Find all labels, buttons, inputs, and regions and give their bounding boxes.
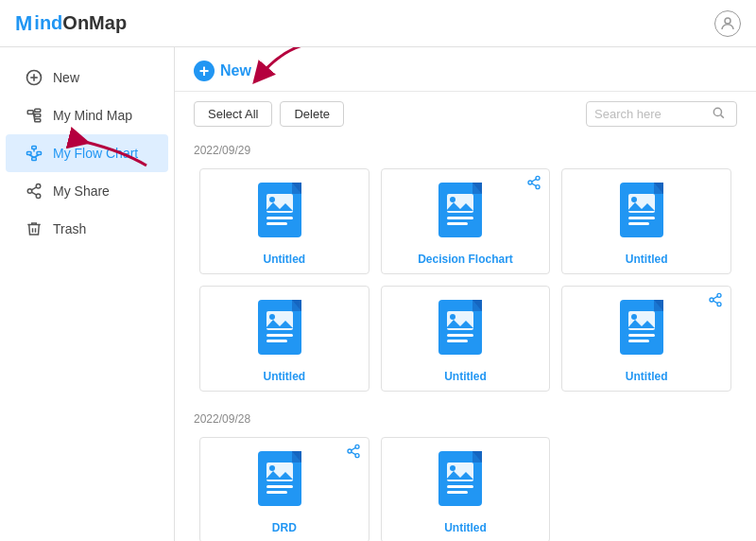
sidebar-item-trash[interactable]: Trash (6, 210, 168, 248)
svg-rect-14 (32, 158, 37, 161)
search-icon (712, 106, 725, 122)
file-card[interactable]: Untitled (381, 286, 551, 392)
flow-chart-sidebar-icon (25, 144, 43, 163)
svg-rect-6 (35, 114, 41, 117)
svg-line-35 (532, 183, 537, 186)
file-card[interactable]: Untitled (199, 168, 369, 274)
file-icon (254, 181, 315, 247)
file-name: Untitled (626, 370, 668, 383)
logo-map: Map (89, 12, 127, 34)
svg-point-79 (355, 454, 359, 458)
svg-point-0 (725, 18, 730, 24)
svg-rect-57 (266, 340, 287, 342)
svg-line-80 (351, 452, 355, 455)
svg-rect-11 (32, 147, 37, 149)
share-icon (526, 175, 541, 193)
file-icon (254, 298, 315, 364)
file-card[interactable]: DRD (199, 437, 369, 541)
svg-rect-30 (266, 217, 293, 219)
svg-rect-31 (266, 222, 287, 225)
logo-mind: ind (34, 12, 62, 34)
svg-point-74 (631, 314, 637, 320)
svg-point-19 (27, 189, 32, 194)
file-icon (435, 181, 495, 247)
header: MindOnMap (0, 0, 756, 47)
search-input[interactable] (594, 107, 708, 121)
sidebar-label-flow-chart: My Flow Chart (53, 146, 138, 161)
svg-line-69 (713, 296, 718, 299)
sidebar: New My Mind Map My Flow Chart (0, 47, 175, 541)
mind-map-sidebar-icon (25, 106, 43, 125)
sidebar-label-new: New (53, 70, 79, 85)
file-card[interactable]: Untitled (561, 168, 731, 274)
svg-point-77 (355, 445, 359, 448)
svg-rect-43 (447, 222, 468, 225)
user-avatar-button[interactable] (714, 10, 741, 37)
file-name: Untitled (444, 370, 487, 383)
svg-rect-5 (35, 109, 41, 112)
svg-rect-4 (27, 111, 33, 114)
delete-button[interactable]: Delete (280, 101, 344, 127)
trash-sidebar-icon (25, 219, 43, 238)
svg-point-48 (631, 197, 637, 202)
sidebar-item-my-mind-map[interactable]: My Mind Map (6, 96, 168, 134)
search-bar (586, 101, 737, 127)
svg-point-32 (536, 176, 540, 180)
new-button[interactable]: + New (194, 61, 251, 81)
main-topbar: + New (175, 47, 756, 92)
sidebar-item-new[interactable]: New (6, 59, 168, 96)
svg-rect-94 (447, 485, 473, 488)
file-icon (254, 449, 315, 515)
file-card[interactable]: Decision Flochart (381, 168, 551, 274)
svg-rect-42 (447, 217, 473, 219)
svg-point-18 (36, 184, 41, 189)
file-card[interactable]: Untitled (561, 286, 731, 392)
svg-line-68 (713, 301, 718, 304)
sidebar-label-trash: Trash (53, 221, 86, 236)
logo-on: On (62, 12, 89, 34)
svg-rect-12 (27, 152, 32, 155)
svg-line-36 (532, 179, 537, 182)
section-date-1: 2022/09/29 (175, 136, 756, 163)
svg-rect-56 (266, 334, 293, 337)
file-card[interactable]: Untitled (381, 437, 551, 541)
new-button-label: New (220, 62, 251, 79)
file-icon (435, 298, 495, 364)
svg-rect-87 (266, 485, 293, 488)
svg-point-33 (528, 181, 532, 184)
file-name: Untitled (444, 521, 487, 534)
share-icon (708, 292, 723, 310)
svg-point-20 (36, 194, 41, 199)
svg-rect-64 (447, 340, 468, 342)
file-name: Untitled (263, 370, 305, 383)
toolbar: Select All Delete (175, 92, 756, 136)
svg-rect-95 (447, 491, 468, 494)
svg-line-81 (351, 447, 355, 450)
file-icon (616, 181, 677, 247)
svg-point-67 (717, 303, 721, 306)
svg-rect-50 (628, 222, 649, 225)
select-all-button[interactable]: Select All (194, 101, 272, 127)
logo: MindOnMap (15, 11, 127, 36)
svg-rect-88 (266, 491, 287, 494)
sidebar-item-my-share[interactable]: My Share (6, 172, 168, 210)
section-date-2: 2022/09/28 (175, 405, 756, 431)
new-sidebar-icon (25, 68, 43, 87)
svg-line-22 (31, 187, 36, 190)
svg-line-21 (31, 192, 36, 195)
file-name: Untitled (263, 253, 305, 266)
svg-point-62 (450, 314, 455, 320)
file-name: Untitled (626, 253, 668, 266)
new-plus-icon: + (194, 61, 215, 81)
svg-point-86 (269, 465, 275, 471)
file-icon (616, 298, 677, 364)
svg-point-34 (536, 185, 540, 189)
layout: New My Mind Map My Flow Chart (0, 47, 756, 541)
svg-line-16 (29, 155, 34, 158)
sidebar-label-share: My Share (53, 183, 110, 199)
svg-rect-13 (37, 152, 42, 155)
sidebar-item-my-flow-chart[interactable]: My Flow Chart (6, 134, 168, 172)
file-grid-1: Untitled (175, 163, 756, 397)
file-name: DRD (272, 521, 297, 534)
file-card[interactable]: Untitled (199, 286, 369, 392)
